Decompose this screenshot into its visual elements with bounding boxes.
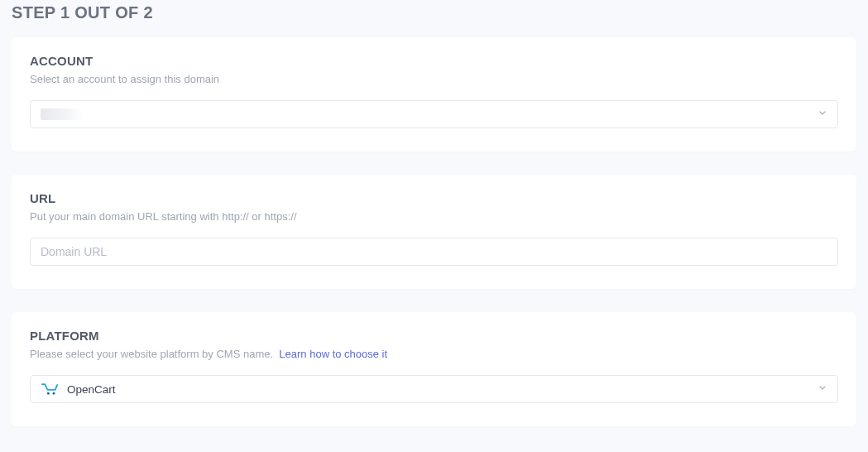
account-section-subtitle: Select an account to assign this domain <box>30 73 838 85</box>
url-input[interactable] <box>41 238 827 265</box>
platform-learn-link[interactable]: Learn how to choose it <box>279 348 387 360</box>
svg-point-1 <box>53 392 55 395</box>
platform-subtitle-text: Please select your website platform by C… <box>30 348 273 360</box>
platform-card: PLATFORM Please select your website plat… <box>12 312 856 426</box>
page-title: STEP 1 OUT OF 2 <box>12 0 856 37</box>
account-section-title: ACCOUNT <box>30 54 838 68</box>
svg-point-0 <box>47 392 50 395</box>
chevron-down-icon <box>818 383 827 396</box>
account-select[interactable] <box>30 100 838 128</box>
platform-select[interactable]: OpenCart <box>30 375 838 403</box>
url-field-wrapper <box>30 238 838 266</box>
account-selected-blur <box>41 108 84 120</box>
platform-selected-label: OpenCart <box>67 383 116 396</box>
url-card: URL Put your main domain URL starting wi… <box>12 175 856 289</box>
platform-section-subtitle: Please select your website platform by C… <box>30 348 838 360</box>
url-section-title: URL <box>30 191 838 205</box>
chevron-down-icon <box>818 108 827 121</box>
platform-section-title: PLATFORM <box>30 329 838 343</box>
account-card: ACCOUNT Select an account to assign this… <box>12 37 856 151</box>
cart-icon <box>41 382 59 397</box>
url-section-subtitle: Put your main domain URL starting with h… <box>30 210 838 223</box>
